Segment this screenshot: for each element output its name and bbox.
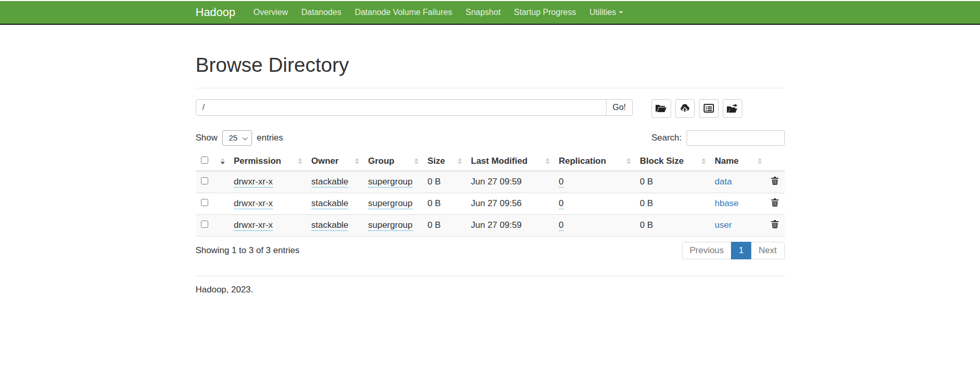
nav-item-snapshot[interactable]: Snapshot <box>459 8 507 17</box>
directory-path-input[interactable] <box>196 99 606 116</box>
nav-item-label: Startup Progress <box>514 8 576 17</box>
path-input-group: Go! <box>196 99 633 116</box>
upload-file-button[interactable] <box>675 99 695 118</box>
page-size-value: 25 <box>229 133 238 142</box>
navbar-brand[interactable]: Hadoop <box>196 6 238 19</box>
column-header-label: Size <box>428 156 445 166</box>
column-header-replication[interactable]: Replication <box>554 152 635 171</box>
column-header-owner[interactable]: Owner <box>306 152 363 171</box>
search-label: Search: <box>651 133 682 143</box>
directory-table: Permission Owner Group Size Last Modifie… <box>196 152 785 237</box>
row-checkbox[interactable] <box>201 177 208 184</box>
size-value: 0 B <box>428 198 441 208</box>
column-header-label: Owner <box>312 156 339 166</box>
go-button[interactable]: Go! <box>606 99 633 116</box>
sort-icon <box>546 158 550 164</box>
nav-item-startup-progress[interactable]: Startup Progress <box>507 8 583 17</box>
column-header-actions <box>766 152 785 171</box>
nav-item-label: Datanodes <box>301 8 341 17</box>
nav-item-overview[interactable]: Overview <box>247 8 295 17</box>
sort-icon <box>458 158 462 164</box>
size-value: 0 B <box>428 177 441 186</box>
divider <box>196 88 785 88</box>
owner-value[interactable]: stackable <box>312 177 349 188</box>
chevron-down-icon <box>619 11 623 13</box>
table-row: drwxr-xr-x stackable supergroup 0 B Jun … <box>196 214 785 236</box>
trash-icon <box>771 200 779 208</box>
block-size-value: 0 B <box>640 198 654 208</box>
column-header-last-modified[interactable]: Last Modified <box>466 152 554 171</box>
last-modified-value: Jun 27 09:56 <box>471 198 522 208</box>
nav-item-datanodes[interactable]: Datanodes <box>294 8 348 17</box>
sort-icon <box>414 158 418 164</box>
create-directory-button[interactable] <box>651 99 671 118</box>
sort-icon <box>627 158 631 164</box>
directory-name-link[interactable]: user <box>715 220 732 230</box>
chevron-down-icon <box>243 135 248 140</box>
permission-value[interactable]: drwxr-xr-x <box>234 220 273 231</box>
sort-icon <box>221 158 225 164</box>
search-input[interactable] <box>687 130 785 146</box>
block-size-value: 0 B <box>640 177 654 186</box>
select-all-checkbox[interactable] <box>201 157 208 164</box>
replication-value[interactable]: 0 <box>559 198 564 209</box>
delete-button[interactable] <box>771 177 779 186</box>
entries-label: entries <box>257 133 283 143</box>
divider <box>196 276 785 276</box>
footer-text: Hadoop, 2023. <box>196 285 785 295</box>
delete-button[interactable] <box>771 220 779 230</box>
column-header-group[interactable]: Group <box>363 152 423 171</box>
last-modified-value: Jun 27 09:59 <box>471 220 522 230</box>
sort-icon <box>298 158 302 164</box>
folder-open-icon <box>656 104 666 113</box>
show-label: Show <box>196 133 218 143</box>
column-header-name[interactable]: Name <box>710 152 766 171</box>
delete-button[interactable] <box>771 198 779 208</box>
table-header-row: Permission Owner Group Size Last Modifie… <box>196 152 785 171</box>
nav-item-datanode-volume-failures[interactable]: Datanode Volume Failures <box>348 8 459 17</box>
nav-item-label: Snapshot <box>465 8 501 17</box>
row-checkbox[interactable] <box>201 221 208 228</box>
nav-item-utilities-dropdown[interactable]: Utilities <box>583 8 630 17</box>
list-alt-icon <box>704 104 714 113</box>
folder-move-icon <box>727 104 738 113</box>
nav-item-label: Overview <box>254 8 288 17</box>
pagination-next[interactable]: Next <box>751 242 785 259</box>
sort-icon <box>758 158 762 164</box>
column-header-permission[interactable]: Permission <box>229 152 306 171</box>
cloud-upload-icon <box>679 104 690 113</box>
pagination-page-1[interactable]: 1 <box>731 242 751 259</box>
nav-item-label: Datanode Volume Failures <box>355 8 453 17</box>
entries-info: Showing 1 to 3 of 3 entries <box>196 245 300 256</box>
column-header-label: Group <box>368 156 395 166</box>
trash-icon <box>771 222 779 230</box>
directory-name-link[interactable]: data <box>715 177 732 186</box>
last-modified-value: Jun 27 09:59 <box>471 177 522 186</box>
group-value[interactable]: supergroup <box>368 198 413 209</box>
owner-value[interactable]: stackable <box>312 220 349 231</box>
column-header-select-all[interactable] <box>196 152 229 171</box>
group-value[interactable]: supergroup <box>368 177 413 188</box>
pagination-previous[interactable]: Previous <box>682 242 732 259</box>
permission-value[interactable]: drwxr-xr-x <box>234 177 273 188</box>
directory-name-link[interactable]: hbase <box>715 198 739 208</box>
row-checkbox[interactable] <box>201 199 208 206</box>
group-value[interactable]: supergroup <box>368 220 413 231</box>
replication-value[interactable]: 0 <box>559 220 564 231</box>
table-row: drwxr-xr-x stackable supergroup 0 B Jun … <box>196 193 785 214</box>
table-row: drwxr-xr-x stackable supergroup 0 B Jun … <box>196 171 785 193</box>
file-list-button[interactable] <box>699 99 719 118</box>
column-header-size[interactable]: Size <box>423 152 466 171</box>
size-value: 0 B <box>428 220 441 230</box>
page-size-select[interactable]: 25 <box>222 130 252 146</box>
column-header-label: Block Size <box>640 156 684 166</box>
top-navbar: Hadoop Overview Datanodes Datanode Volum… <box>0 1 980 25</box>
nav-item-label: Utilities <box>589 8 616 17</box>
trash-icon <box>771 179 779 186</box>
replication-value[interactable]: 0 <box>559 177 564 188</box>
owner-value[interactable]: stackable <box>312 198 349 209</box>
column-header-label: Replication <box>559 156 606 166</box>
column-header-block-size[interactable]: Block Size <box>635 152 710 171</box>
permission-value[interactable]: drwxr-xr-x <box>234 198 273 209</box>
move-paste-button[interactable] <box>723 99 742 118</box>
